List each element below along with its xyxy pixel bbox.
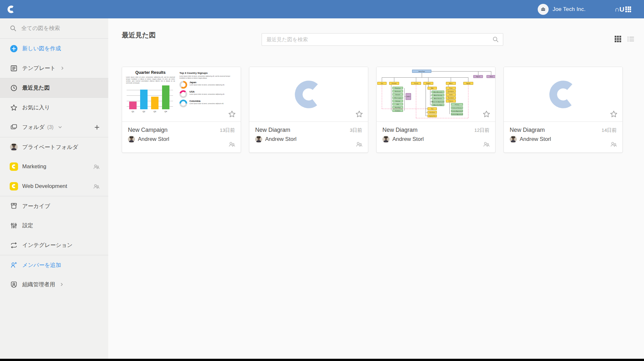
diagram-search-input[interactable] [262,37,492,43]
sidebar-item-label: インテグレーション [22,241,72,249]
sitemap-node: About the Editor [432,103,444,106]
sitemap-connector [382,109,426,109]
country-name: Japan [189,81,231,84]
collaborators-icon [355,141,363,149]
signups-text: Lorem ipsum dolor sit amet, consectetur … [179,75,236,79]
chevron-right-icon [60,66,64,70]
card-author-row: Andrew Storl [510,136,617,143]
add-folder-button[interactable] [94,124,100,130]
favorite-star-icon[interactable] [228,110,236,118]
sidebar-item-label: 新しい図を作成 [22,45,61,52]
sidebar-item-create-diagram[interactable]: 新しい図を作成 [0,39,108,58]
integrations-icon [10,241,18,249]
sitemap-node: Sitemap [392,100,403,102]
cacoo-folder-icon [10,162,18,171]
sitemap-node: About [446,82,456,85]
sidebar-item-recent-diagrams[interactable]: 最近見た図 [0,78,108,98]
content-header: 最近見た図 [108,18,644,48]
sitemap-node: About Service [432,97,444,100]
sitemap-node: Privacy [451,103,463,106]
sitemap-node: About Accounts [432,91,444,93]
collaborators-icon [610,141,617,149]
sidebar-item-settings[interactable]: 設定 [0,216,108,235]
folders-icon [10,123,18,132]
sitemap-node: Inquiry form [428,114,437,117]
chart-category-label: Q2 [140,111,148,112]
country-donut-chart [179,81,187,89]
diagram-search-box[interactable] [262,33,503,46]
cacoo-logo-icon[interactable] [7,5,15,14]
sidebar-item-folder-web-development[interactable]: Web Development [0,176,108,196]
sidebar-item-private-folder[interactable]: プライベートフォルダ [0,137,108,157]
sitemap-connector [394,77,394,82]
sidebar-item-folders[interactable]: フォルダ(3) [0,117,108,137]
archive-icon [10,202,18,210]
sidebar-item-archive[interactable]: アーカイブ [0,196,108,216]
sidebar-item-templates[interactable]: テンプレート [0,58,108,78]
country-info: USALorem ipsum dolor sit amet, consectet… [189,90,231,98]
chevron-right-icon [60,282,64,287]
grid-view-icon[interactable] [614,35,621,43]
sitemap-node: HomePage [412,70,431,73]
sitemap-node: FAQ [428,87,437,90]
country-text: Lorem ipsum dolor sit amet, consectetur … [189,103,231,105]
chart-category-label: Q1 [129,111,137,112]
organization-name[interactable]: Joe Tech Inc. [553,6,585,13]
favorite-star-icon[interactable] [610,110,618,118]
sidebar-item-label: 組織管理者用 [22,281,55,288]
sitemap-connector [416,118,468,118]
sitemap-connector [491,71,491,75]
diagram-card[interactable]: Quarter ResultsLorem ipsum dolor sit ame… [122,67,241,153]
diagram-title: New Diagram [382,127,418,133]
country-info: ColombiaLorem ipsum dolor sit amet, cons… [189,100,231,107]
country-name: USA [189,90,231,93]
chart-bars [128,85,172,109]
sitemap-connector [431,71,491,72]
sitemap-node: Twitter [446,93,456,96]
sitemap-node: Contents Agreement [451,113,463,115]
diagram-thumbnail[interactable]: HomePageSign inStoreTourExamplePricingSu… [377,67,495,122]
nulab-apps-button[interactable]: ∩U [615,6,631,13]
list-view-icon[interactable] [627,35,634,43]
organization-avatar[interactable] [538,4,549,15]
sitemap-connector [468,77,468,82]
chart-category-label: Q3 [151,111,159,112]
sitemap-node: UserVoice [428,111,437,114]
template-icon [10,64,18,73]
chevron-down-icon [58,125,62,129]
sidebar-search-input[interactable] [21,25,101,32]
sitemap-connector [416,85,416,118]
plus-circle-icon [10,44,18,53]
sidebar-item-integrations[interactable]: インテグレーション [0,235,108,255]
card-author-row: Andrew Storl [128,136,235,143]
sitemap-node: Database [392,109,403,112]
card-title-row: New Campaign13日前 [128,127,235,133]
diagram-card[interactable]: New Diagram14日前Andrew Storl [504,67,623,153]
sidebar-search[interactable] [0,18,108,39]
diagram-card[interactable]: HomePageSign inStoreTourExamplePricingSu… [376,67,495,153]
country-text: Lorem ipsum dolor sit amet, consectetur … [189,84,231,86]
diagram-thumbnail[interactable] [504,67,622,122]
sidebar-item-label: フォルダ [22,123,45,131]
card-title-row: New Diagram3日前 [255,127,362,133]
sitemap-node: About the Application [432,100,444,103]
favorite-star-icon[interactable] [355,110,363,118]
sidebar-item-folder-marketing[interactable]: Marketing [0,157,108,176]
sidebar-item-add-member[interactable]: メンバーを追加 [0,255,108,275]
sidebar-nav: 新しい図を作成テンプレート最近見た図お気に入りフォルダ(3)プライベートフォルダ… [0,39,108,294]
report-body-text: Lorem ipsum dolor sit amet, consectetur … [126,76,175,84]
diagram-title: New Campaign [128,127,168,133]
favorite-star-icon[interactable] [482,110,491,118]
diagram-thumbnail[interactable]: Quarter ResultsLorem ipsum dolor sit ame… [122,67,241,122]
diagram-thumbnail[interactable] [249,67,368,122]
sitemap-node: Terms of Service [451,106,463,109]
folder-count: (3) [47,124,54,130]
author-avatar [510,136,517,143]
cacoo-logo-placeholder [249,67,368,122]
author-avatar [128,136,135,143]
sitemap-node: Network [392,93,403,96]
diagram-card[interactable]: New Diagram3日前Andrew Storl [249,67,368,153]
chart-category-label: Q4 [162,111,169,112]
sidebar-item-favorites[interactable]: お気に入り [0,98,108,117]
sidebar-item-org-admin[interactable]: 組織管理者用 [0,275,108,294]
